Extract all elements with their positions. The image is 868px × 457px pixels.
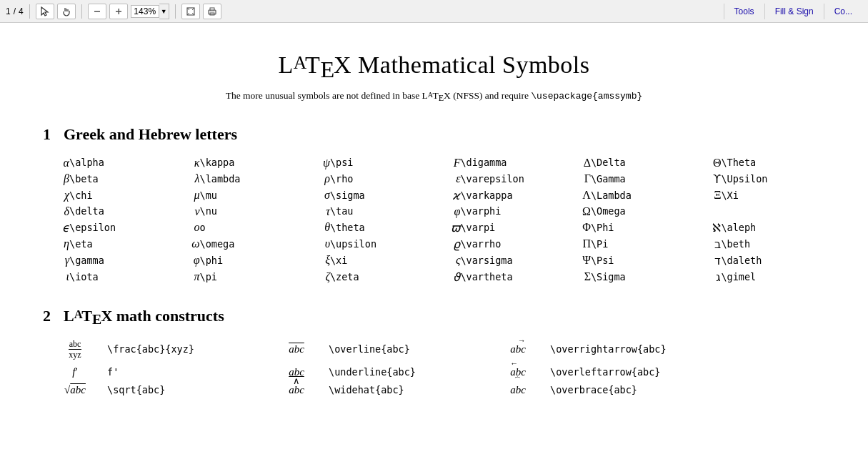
zoom-in-button[interactable] [109,4,128,19]
greek-table: α \alpha κ \kappa ψ \psi F \digamma Δ \D… [43,155,825,285]
cmd-psi: \psi [330,155,434,171]
mc-cmd-underline: \underline{abc} [329,366,486,378]
mc-cmd-overrightarrow: \overrightarrow{abc} [550,343,707,355]
svg-rect-1 [94,11,100,12]
sym-digamma: F [434,155,460,171]
cmd-kappa: \kappa [200,155,304,171]
page-info: 1 / 4 [6,6,24,16]
page-sep: / [14,6,16,16]
separator-1 [29,4,30,19]
cmd-Theta: \Theta [721,155,825,171]
zoom-out-button[interactable] [88,4,106,19]
section2-label: LATEX math constructs [64,307,224,328]
document-subtitle: The more unusual symbols are not defined… [43,90,825,103]
select-tool-button[interactable] [36,4,54,19]
mc-cmd-frac: \frac{abc}{xyz} [107,343,264,355]
tools-button[interactable]: Tools [724,4,764,19]
zoom-input[interactable] [131,5,159,18]
page-current: 1 [6,6,11,16]
sym-psi: ψ [304,155,330,171]
document-content: LATEX Mathematical Symbols The more unus… [0,23,868,416]
mc-sym-sqrt: √abc [43,384,107,396]
separator-3 [175,4,176,19]
cmd-alpha: \alpha [69,155,173,171]
section2-title: 2 LATEX math constructs [43,307,825,328]
sym-Theta: Θ [694,155,721,171]
table-row: α \alpha κ \kappa ψ \psi F \digamma Δ \D… [43,155,825,171]
mc-sym-overrightarrow: → abc [486,343,550,355]
page-total: 4 [19,6,24,16]
table-row: β \beta λ \lambda ρ \rho ε \varepsilon Γ… [43,171,825,187]
mc-cmd-overleftarrow: \overleftarrow{abc} [550,366,707,378]
separator-2 [81,4,82,19]
mc-cmd-overline: \overline{abc} [329,343,486,355]
table-row: γ \gamma φ \phi ξ \xi ς \varsigma Ψ \Psi… [43,252,825,269]
document-title: LATEX Mathematical Symbols [43,51,825,83]
mc-cmd-overbrace: \overbrace{abc} [550,384,707,396]
cmd-Delta: \Delta [591,155,694,171]
mc-sym-prime: f′ [43,366,107,378]
toolbar: 1 / 4 ▼ Tools Fill & Sign Co... [0,0,868,23]
fit-page-button[interactable] [181,4,200,19]
comment-button[interactable]: Co... [824,4,862,19]
sym-kappa: κ [173,155,199,171]
table-row: ι \iota π \pi ζ \zeta ϑ \vartheta Σ \Sig… [43,269,825,285]
cmd-digamma: \digamma [460,155,564,171]
mc-sym-widehat: ∧ abc [264,384,329,396]
sym-Delta: Δ [564,155,591,171]
mc-row-1: abc xyz \frac{abc}{xyz} abc \overline{ab… [43,339,825,360]
math-constructs: abc xyz \frac{abc}{xyz} abc \overline{ab… [43,339,825,396]
mc-row-3: √abc \sqrt{abc} ∧ abc \widehat{abc} ⏞ ab… [43,384,825,396]
table-row: δ \delta ν \nu τ \tau φ \varphi Ω \Omega [43,204,825,220]
zoom-control[interactable]: ▼ [131,4,169,19]
mc-sym-overline: abc [264,343,329,355]
mc-cmd-widehat: \widehat{abc} [329,384,486,396]
svg-rect-3 [118,9,119,14]
section2-number: 2 [43,307,51,325]
section1-title: 1 Greek and Hebrew letters [43,125,825,144]
hand-tool-button[interactable] [57,4,76,19]
mc-sym-overbrace: ⏞ abc [486,384,550,396]
section1-label: Greek and Hebrew letters [64,125,237,144]
sym-alpha: α [43,155,69,171]
mc-cmd-sqrt: \sqrt{abc} [107,384,264,396]
table-row: ϵ \epsilon o o θ \theta ϖ \varpi Φ \Phi … [43,220,825,236]
section1-number: 1 [43,125,51,144]
mc-sym-frac: abc xyz [43,339,107,360]
zoom-dropdown-button[interactable]: ▼ [159,4,169,19]
mc-cmd-prime: f' [107,366,264,378]
mc-row-2: f′ f' abc \underline{abc} ← abc \overlef… [43,366,825,378]
svg-marker-0 [41,7,48,16]
toolbar-right: Tools Fill & Sign Co... [724,4,862,19]
table-row: η \eta ω \omega υ \upsilon ϱ \varrho Π \… [43,236,825,252]
table-row: χ \chi μ \mu σ \sigma ϰ \varkappa Λ \Lam… [43,187,825,204]
fill-sign-button[interactable]: Fill & Sign [764,4,824,19]
print-button[interactable] [203,4,221,19]
